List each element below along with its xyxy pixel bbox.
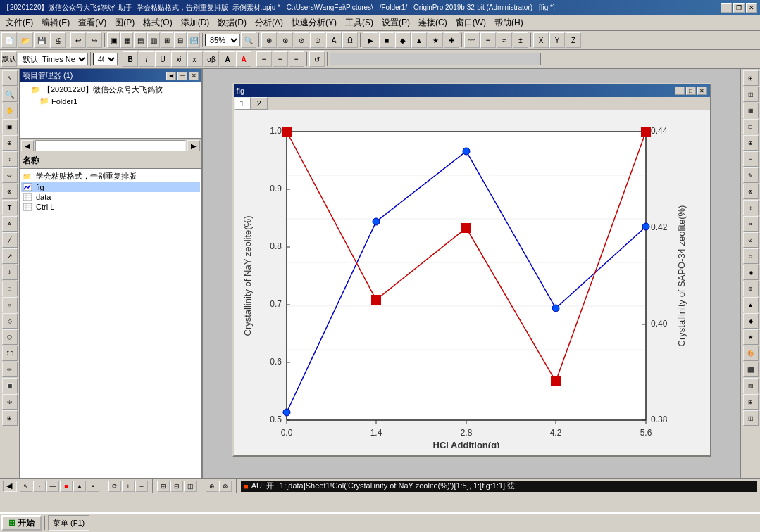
rt12[interactable]: ○ xyxy=(743,248,759,264)
menu-format[interactable]: 格式(O) xyxy=(139,15,176,30)
s1[interactable]: ↖ xyxy=(20,481,32,492)
lt15[interactable]: ○ xyxy=(2,297,18,312)
lt21[interactable]: ☩ xyxy=(2,394,18,410)
panel-minimize[interactable]: ─ xyxy=(177,72,187,80)
text-tool[interactable]: T xyxy=(2,200,18,215)
align-right[interactable]: ≡ xyxy=(289,51,304,67)
rt17[interactable]: ★ xyxy=(743,329,759,345)
minimize-button[interactable]: ─ xyxy=(721,3,732,13)
subscript-button[interactable]: xi xyxy=(171,51,187,67)
zoom-tool[interactable]: 🔍 xyxy=(2,87,18,102)
zoom-in[interactable]: 🔍 xyxy=(241,32,256,48)
tb12[interactable]: ⊘ xyxy=(294,32,309,48)
tb25[interactable]: ± xyxy=(513,32,528,48)
s4[interactable]: ■ xyxy=(60,481,73,492)
tb13[interactable]: ⊙ xyxy=(310,32,325,48)
special-char[interactable]: αβ xyxy=(204,51,219,67)
start-button[interactable]: ⊞ 开始 xyxy=(1,515,42,531)
graph-close[interactable]: ✕ xyxy=(697,87,707,95)
rt6[interactable]: ≡ xyxy=(743,151,759,167)
tb20[interactable]: ★ xyxy=(428,32,443,48)
nav-path-input[interactable] xyxy=(35,140,186,151)
rt18[interactable]: 🎨 xyxy=(743,346,759,361)
tb18[interactable]: ◆ xyxy=(395,32,411,48)
superscript-button[interactable]: xi xyxy=(187,51,203,67)
tb6[interactable]: ▥ xyxy=(147,32,160,48)
folder-sub[interactable]: 📁 Folder1 xyxy=(21,96,200,106)
rt10[interactable]: ⇔ xyxy=(743,216,759,232)
menu-quick[interactable]: 快速分析(Y) xyxy=(287,15,341,30)
formula-input[interactable] xyxy=(330,53,541,65)
tb24[interactable]: ≈ xyxy=(497,32,512,48)
menu-data[interactable]: 数据(D) xyxy=(213,15,251,30)
lt17[interactable]: ⬡ xyxy=(2,329,18,345)
tb27[interactable]: Y xyxy=(549,32,565,48)
align-left[interactable]: ≡ xyxy=(256,51,272,67)
italic-button[interactable]: I xyxy=(139,51,154,67)
s6[interactable]: • xyxy=(87,481,99,492)
tb19[interactable]: ▲ xyxy=(411,32,427,48)
tb11[interactable]: ⊗ xyxy=(278,32,293,48)
nav-forward[interactable]: ▶ xyxy=(187,140,200,151)
align-center[interactable]: ≡ xyxy=(273,51,288,67)
rt11[interactable]: ⊘ xyxy=(743,232,759,248)
lt22[interactable]: ⊞ xyxy=(2,410,18,426)
bold-button[interactable]: B xyxy=(123,51,138,67)
rt13[interactable]: ◈ xyxy=(743,265,759,280)
lt14[interactable]: □ xyxy=(2,281,18,296)
tb7[interactable]: ⊞ xyxy=(161,32,173,48)
graph-tab-1[interactable]: 1 xyxy=(234,97,251,110)
tb8[interactable]: ⊟ xyxy=(174,32,187,48)
menu-window[interactable]: 窗口(W) xyxy=(451,15,490,30)
new-button[interactable]: 📄 xyxy=(1,32,17,48)
menu-tools[interactable]: 工具(S) xyxy=(341,15,378,30)
menu-connect[interactable]: 连接(C) xyxy=(414,15,451,30)
graph-minimize[interactable]: ─ xyxy=(675,87,685,95)
canvas-area[interactable]: fig ─ □ ✕ 1 2 xyxy=(203,69,740,478)
rt1[interactable]: ⊞ xyxy=(743,70,759,86)
lt6[interactable]: ↕ xyxy=(2,151,18,167)
rt5[interactable]: ⊕ xyxy=(743,135,759,151)
pan-tool[interactable]: ✋ xyxy=(2,103,18,118)
tb23[interactable]: ≡ xyxy=(480,32,496,48)
menu-help[interactable]: 帮助(H) xyxy=(490,15,528,30)
menu-edit[interactable]: 编辑(E) xyxy=(37,15,74,30)
panel-hide[interactable]: ◀ xyxy=(166,72,176,80)
tb21[interactable]: ✚ xyxy=(444,32,459,48)
rt7[interactable]: ✎ xyxy=(743,167,759,183)
scroll-left[interactable]: ◀ xyxy=(3,481,17,492)
tb17[interactable]: ■ xyxy=(379,32,394,48)
rt15[interactable]: ▲ xyxy=(743,297,759,312)
list-item-0[interactable]: 📁 学会粘贴格式，告别重复排版 xyxy=(21,170,200,182)
menu-add[interactable]: 添加(D) xyxy=(177,15,214,30)
rt9[interactable]: ↕ xyxy=(743,200,759,215)
tb26[interactable]: X xyxy=(533,32,549,48)
menu-analysis[interactable]: 分析(A) xyxy=(251,15,287,30)
lt7[interactable]: ⇔ xyxy=(2,167,18,183)
menu-graph[interactable]: 图(P) xyxy=(111,15,139,30)
s10[interactable]: ⊞ xyxy=(157,481,170,492)
lt10[interactable]: A xyxy=(2,216,18,232)
rt4[interactable]: ⊟ xyxy=(743,119,759,134)
print-button[interactable]: 🖨 xyxy=(50,32,66,48)
lt20[interactable]: 🔳 xyxy=(2,378,18,393)
lt19[interactable]: ✏ xyxy=(2,362,18,377)
menu-view[interactable]: 查看(V) xyxy=(74,15,111,30)
tb22[interactable]: 〰 xyxy=(464,32,480,48)
tb15[interactable]: Ω xyxy=(342,32,358,48)
rt8[interactable]: ⊗ xyxy=(743,184,759,199)
font-size[interactable]: 400 xyxy=(93,53,118,65)
folder-root[interactable]: 📁 【20201220】微信公众号大飞鸽软 xyxy=(21,84,200,96)
font-color-a[interactable]: A xyxy=(220,51,235,67)
underline-button[interactable]: U xyxy=(155,51,170,67)
rt14[interactable]: ⊛ xyxy=(743,281,759,296)
draw-line[interactable]: ╱ xyxy=(2,232,18,248)
font-select[interactable]: 默认: Times New... xyxy=(18,53,88,65)
tb4[interactable]: ▦ xyxy=(120,32,133,48)
taskbar-item-0[interactable]: 菜单 (F1) xyxy=(48,515,89,531)
s14[interactable]: ⊗ xyxy=(219,481,232,492)
rt3[interactable]: ▦ xyxy=(743,103,759,118)
s5[interactable]: ▲ xyxy=(73,481,86,492)
rt22[interactable]: ◫ xyxy=(743,410,759,426)
lt8[interactable]: ⊗ xyxy=(2,184,18,199)
